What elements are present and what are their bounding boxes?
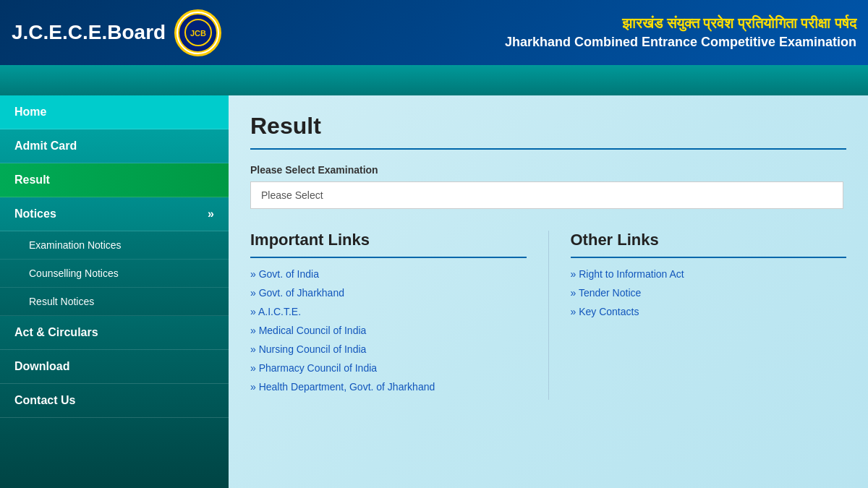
link-govt-jharkhand[interactable]: » Govt. of Jharkhand: [250, 287, 527, 299]
important-links-divider: [250, 257, 527, 258]
sidebar-item-download[interactable]: Download: [0, 350, 229, 384]
svg-text:JCB: JCB: [190, 29, 206, 38]
sidebar-act-circulars-label: Act & Circulars: [14, 326, 98, 339]
sidebar-item-home[interactable]: Home: [0, 95, 229, 129]
sidebar-result-notices-label: Result Notices: [29, 296, 94, 307]
sidebar-exam-notices-label: Examination Notices: [29, 239, 122, 251]
select-label: Please Select Examination: [250, 164, 846, 176]
sidebar: Home Admit Card Result Notices » Examina…: [0, 95, 229, 488]
important-links-column: Important Links » Govt. of India » Govt.…: [250, 231, 549, 400]
board-name: J.C.E.C.E.Board: [12, 21, 166, 44]
page-title: Result: [250, 113, 846, 140]
other-links-column: Other Links » Right to Information Act »…: [571, 231, 847, 400]
sidebar-item-result[interactable]: Result: [0, 163, 229, 197]
link-health-dept[interactable]: » Health Department, Govt. of Jharkhand: [250, 381, 527, 393]
hindi-title: झारखंड संयुक्त प्रवेश प्रतियोगिता परीक्ष…: [505, 15, 856, 32]
important-links-heading: Important Links: [250, 231, 527, 249]
sidebar-item-exam-notices[interactable]: Examination Notices: [0, 231, 229, 260]
sidebar-item-act-circulars[interactable]: Act & Circulars: [0, 316, 229, 350]
sidebar-result-label: Result: [14, 174, 50, 187]
examination-select[interactable]: Please Select: [250, 181, 843, 209]
link-tender-notice[interactable]: » Tender Notice: [571, 287, 847, 299]
link-medical-council[interactable]: » Medical Council of India: [250, 325, 527, 336]
title-divider: [250, 148, 846, 150]
sidebar-notices-label: Notices: [14, 207, 56, 221]
link-govt-india[interactable]: » Govt. of India: [250, 268, 527, 280]
other-links-heading: Other Links: [571, 231, 847, 249]
sidebar-item-contact-us[interactable]: Contact Us: [0, 384, 229, 418]
sidebar-item-notices[interactable]: Notices »: [0, 197, 229, 231]
sidebar-counselling-notices-label: Counselling Notices: [29, 267, 119, 279]
sidebar-item-admit-card[interactable]: Admit Card: [0, 129, 229, 163]
logo-inner: JCB: [178, 13, 218, 53]
sidebar-admit-card-label: Admit Card: [14, 140, 77, 153]
sidebar-contact-us-label: Contact Us: [14, 394, 75, 407]
sidebar-home-label: Home: [14, 106, 46, 119]
header-right: झारखंड संयुक्त प्रवेश प्रतियोगिता परीक्ष…: [505, 15, 856, 50]
sidebar-item-counselling-notices[interactable]: Counselling Notices: [0, 260, 229, 288]
content-area: Result Please Select Examination Please …: [229, 95, 868, 488]
navbar: [0, 65, 868, 95]
link-nursing-council[interactable]: » Nursing Council of India: [250, 343, 527, 355]
sidebar-item-result-notices[interactable]: Result Notices: [0, 288, 229, 316]
logo-circle: JCB: [174, 9, 221, 56]
english-title: Jharkhand Combined Entrance Competitive …: [505, 35, 856, 50]
link-key-contacts[interactable]: » Key Contacts: [571, 306, 847, 317]
other-links-divider: [571, 257, 847, 258]
link-rti[interactable]: » Right to Information Act: [571, 268, 847, 280]
link-pharmacy-council[interactable]: » Pharmacy Council of India: [250, 362, 527, 374]
main-layout: Home Admit Card Result Notices » Examina…: [0, 95, 868, 488]
notices-arrow-icon: »: [208, 207, 214, 221]
link-aicte[interactable]: » A.I.C.T.E.: [250, 306, 527, 317]
sidebar-download-label: Download: [14, 360, 69, 373]
links-section: Important Links » Govt. of India » Govt.…: [250, 231, 846, 400]
header: J.C.E.C.E.Board JCB झारखंड संयुक्त प्रवे…: [0, 0, 868, 65]
header-logo-area: J.C.E.C.E.Board JCB: [12, 9, 221, 56]
